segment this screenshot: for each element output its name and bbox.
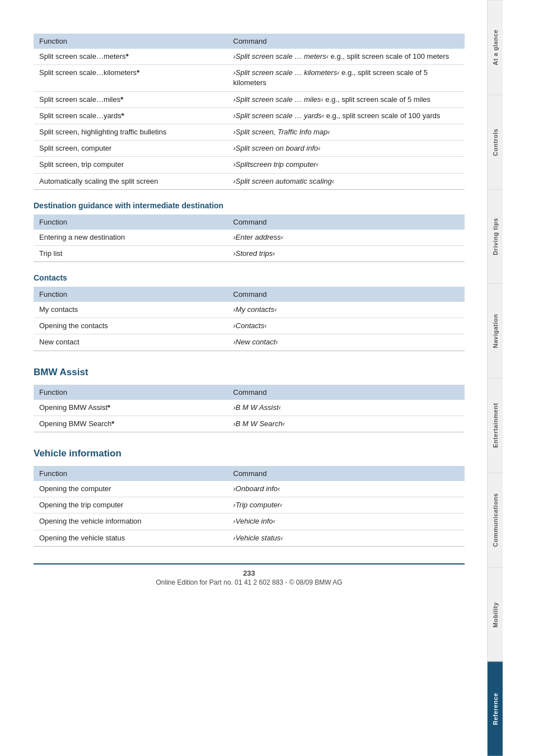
table-row: Opening the trip computer ›Trip computer… [34,497,465,514]
command-cell: ›Enter address‹ [228,230,465,246]
table-row: Split screen, computer ›Split screen on … [34,141,465,157]
command-cell: ›Split screen scale … meters‹ e.g., spli… [228,49,465,65]
table-row: Automatically scaling the split screen ›… [34,173,465,189]
command-cell: ›Split screen automatic scaling‹ [228,173,465,189]
destination-guidance-heading: Destination guidance with intermediate d… [34,201,465,210]
command-cell: ›Split screen scale … kilometers‹ e.g., … [228,65,465,91]
tab-reference[interactable]: Reference [488,661,503,756]
vehicle-col1-header: Function [34,466,228,481]
tab-driving-tips[interactable]: Driving tips [488,189,503,284]
function-cell: Split screen, highlighting traffic bulle… [34,124,228,140]
dest-col1-header: Function [34,214,228,230]
table-row: Opening BMW Search* ›B M W Search‹ [34,416,465,432]
command-cell: ›Contacts‹ [228,318,465,334]
command-cell: ›Trip computer‹ [228,497,465,514]
table-row: Opening the vehicle status ›Vehicle stat… [34,530,465,546]
command-cell: ›Splitscreen trip computer‹ [228,157,465,173]
destination-guidance-table: Function Command Entering a new destinat… [34,214,465,262]
function-cell: Opening BMW Assist* [34,400,228,416]
page-number: 233 [34,569,465,577]
tab-communications[interactable]: Communications [488,473,503,567]
contacts-heading: Contacts [34,273,465,282]
function-cell: Entering a new destination [34,230,228,246]
table-row: Split screen scale…yards* ›Split screen … [34,108,465,124]
table-row: Split screen, highlighting traffic bulle… [34,124,465,140]
function-cell: Trip list [34,245,228,262]
contacts-col2-header: Command [228,287,465,302]
function-cell: Split screen scale…meters* [34,49,228,65]
tab-entertainment[interactable]: Entertainment [488,378,503,473]
table-row: Trip list ›Stored trips‹ [34,245,465,262]
table-row: Split screen scale…miles* ›Split screen … [34,91,465,108]
page-wrapper: Function Command Split screen scale…mete… [0,0,534,756]
table-row: Opening the computer ›Onboard info‹ [34,481,465,497]
table-row: Opening the contacts ›Contacts‹ [34,318,465,334]
main-content: Function Command Split screen scale…mete… [0,0,487,756]
page-footer: 233 Online Edition for Part no. 01 41 2 … [34,563,465,586]
function-cell: Split screen, computer [34,141,228,157]
footer-text: Online Edition for Part no. 01 41 2 602 … [156,578,342,586]
command-cell: ›Vehicle info‹ [228,514,465,530]
function-cell: New contact [34,334,228,351]
table-row: Opening BMW Assist* ›B M W Assist‹ [34,400,465,416]
table-row: New contact ›New contact‹ [34,334,465,351]
bmw-assist-table: Function Command Opening BMW Assist* ›B … [34,385,465,432]
contacts-col1-header: Function [34,287,228,302]
split-screen-table: Function Command Split screen scale…mete… [34,34,465,190]
command-cell: ›My contacts‹ [228,302,465,318]
command-cell: ›Stored trips‹ [228,245,465,262]
table-row: Split screen scale…meters* ›Split screen… [34,49,465,65]
split-screen-col1-header: Function [34,34,228,49]
tab-navigation[interactable]: Navigation [488,283,503,378]
function-cell: Opening BMW Search* [34,416,228,432]
table-row: Split screen scale…kilometers* ›Split sc… [34,65,465,91]
tab-at-a-glance[interactable]: At a glance [488,0,503,95]
function-cell: Opening the contacts [34,318,228,334]
function-cell: Opening the trip computer [34,497,228,514]
command-cell: ›B M W Search‹ [228,416,465,432]
bmw-assist-heading: BMW Assist [34,367,465,378]
command-cell: ›Split screen scale … yards‹ e.g., split… [228,108,465,124]
command-cell: ›Onboard info‹ [228,481,465,497]
bmw-col2-header: Command [228,385,465,400]
function-cell: Opening the vehicle information [34,514,228,530]
command-cell: ›Split screen, Traffic Info map‹ [228,124,465,140]
command-cell: ›Split screen on board info‹ [228,141,465,157]
command-cell: ›Vehicle status‹ [228,530,465,546]
command-cell: ›New contact‹ [228,334,465,351]
function-cell: Split screen scale…yards* [34,108,228,124]
table-row: Entering a new destination ›Enter addres… [34,230,465,246]
split-screen-col2-header: Command [228,34,465,49]
contacts-table: Function Command My contacts ›My contact… [34,287,465,351]
command-cell: ›Split screen scale … miles‹ e.g., split… [228,91,465,108]
vehicle-col2-header: Command [228,466,465,481]
tab-mobility[interactable]: Mobility [488,567,503,662]
function-cell: Automatically scaling the split screen [34,173,228,189]
function-cell: Opening the computer [34,481,228,497]
dest-col2-header: Command [228,214,465,230]
function-cell: Split screen scale…miles* [34,91,228,108]
command-cell: ›B M W Assist‹ [228,400,465,416]
side-tabs: At a glance Controls Driving tips Naviga… [487,0,503,756]
vehicle-information-heading: Vehicle information [34,448,465,459]
table-row: Opening the vehicle information ›Vehicle… [34,514,465,530]
function-cell: Split screen scale…kilometers* [34,65,228,91]
tab-controls[interactable]: Controls [488,95,503,189]
vehicle-information-table: Function Command Opening the computer ›O… [34,466,465,547]
function-cell: Split screen, trip computer [34,157,228,173]
table-row: Split screen, trip computer ›Splitscreen… [34,157,465,173]
function-cell: My contacts [34,302,228,318]
bmw-col1-header: Function [34,385,228,400]
function-cell: Opening the vehicle status [34,530,228,546]
table-row: My contacts ›My contacts‹ [34,302,465,318]
